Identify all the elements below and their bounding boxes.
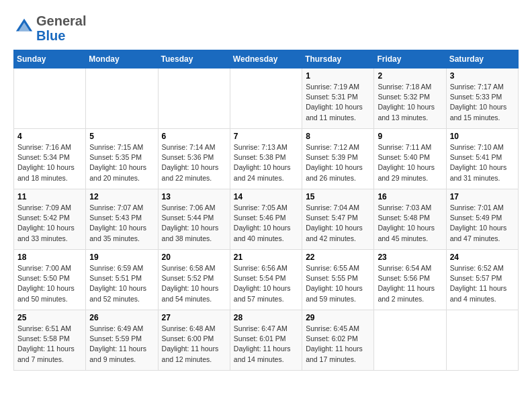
day-cell: 26Sunrise: 6:49 AMSunset: 5:59 PMDayligh…	[86, 310, 158, 371]
day-number: 5	[89, 132, 154, 141]
header-sunday: Sunday	[14, 50, 86, 68]
day-info: Sunrise: 7:18 AMSunset: 5:32 PMDaylight:…	[378, 82, 442, 123]
logo-general: General	[36, 13, 86, 28]
day-cell: 28Sunrise: 6:47 AMSunset: 6:01 PMDayligh…	[230, 310, 302, 371]
day-number: 10	[450, 132, 515, 141]
day-info: Sunrise: 7:01 AMSunset: 5:49 PMDaylight:…	[450, 203, 515, 244]
header-saturday: Saturday	[446, 50, 518, 68]
day-cell: 6Sunrise: 7:14 AMSunset: 5:36 PMDaylight…	[158, 129, 230, 189]
day-cell: 18Sunrise: 7:00 AMSunset: 5:50 PMDayligh…	[14, 250, 86, 310]
day-cell: 8Sunrise: 7:12 AMSunset: 5:39 PMDaylight…	[302, 129, 374, 189]
header-wednesday: Wednesday	[230, 50, 302, 68]
week-row-1: 4Sunrise: 7:16 AMSunset: 5:34 PMDaylight…	[14, 129, 519, 189]
day-cell: 21Sunrise: 6:56 AMSunset: 5:54 PMDayligh…	[230, 250, 302, 310]
day-cell: 10Sunrise: 7:10 AMSunset: 5:41 PMDayligh…	[446, 129, 518, 189]
day-cell: 13Sunrise: 7:06 AMSunset: 5:44 PMDayligh…	[158, 189, 230, 250]
day-cell	[446, 310, 518, 371]
day-number: 8	[306, 132, 370, 141]
day-number: 19	[89, 253, 154, 262]
day-info: Sunrise: 7:14 AMSunset: 5:36 PMDaylight:…	[162, 142, 226, 183]
week-row-3: 18Sunrise: 7:00 AMSunset: 5:50 PMDayligh…	[14, 250, 519, 310]
day-cell: 23Sunrise: 6:54 AMSunset: 5:56 PMDayligh…	[374, 250, 446, 310]
day-cell	[14, 68, 86, 129]
header-friday: Friday	[374, 50, 446, 68]
day-cell: 12Sunrise: 7:07 AMSunset: 5:43 PMDayligh…	[86, 189, 158, 250]
day-number: 7	[234, 132, 298, 141]
day-cell: 9Sunrise: 7:11 AMSunset: 5:40 PMDaylight…	[374, 129, 446, 189]
day-cell: 14Sunrise: 7:05 AMSunset: 5:46 PMDayligh…	[230, 189, 302, 250]
day-number: 18	[17, 253, 82, 262]
day-cell: 5Sunrise: 7:15 AMSunset: 5:35 PMDaylight…	[86, 129, 158, 189]
day-info: Sunrise: 7:06 AMSunset: 5:44 PMDaylight:…	[162, 203, 226, 244]
day-number: 6	[162, 132, 226, 141]
day-cell: 27Sunrise: 6:48 AMSunset: 6:00 PMDayligh…	[158, 310, 230, 371]
week-row-4: 25Sunrise: 6:51 AMSunset: 5:58 PMDayligh…	[14, 310, 519, 371]
day-cell: 1Sunrise: 7:19 AMSunset: 5:31 PMDaylight…	[302, 68, 374, 129]
day-cell	[86, 68, 158, 129]
week-row-2: 11Sunrise: 7:09 AMSunset: 5:42 PMDayligh…	[14, 189, 519, 250]
day-info: Sunrise: 7:17 AMSunset: 5:33 PMDaylight:…	[450, 82, 515, 123]
day-number: 27	[162, 313, 226, 322]
day-number: 2	[378, 71, 442, 81]
day-number: 3	[450, 71, 515, 81]
day-info: Sunrise: 7:19 AMSunset: 5:31 PMDaylight:…	[306, 82, 370, 123]
day-number: 17	[450, 192, 515, 201]
header-tuesday: Tuesday	[158, 50, 230, 68]
day-info: Sunrise: 6:56 AMSunset: 5:54 PMDaylight:…	[234, 263, 298, 304]
day-info: Sunrise: 7:03 AMSunset: 5:48 PMDaylight:…	[378, 203, 442, 244]
day-cell	[230, 68, 302, 129]
day-info: Sunrise: 7:00 AMSunset: 5:50 PMDaylight:…	[17, 263, 82, 304]
logo-blue: Blue	[36, 28, 86, 43]
day-number: 9	[378, 132, 442, 141]
header-monday: Monday	[86, 50, 158, 68]
day-info: Sunrise: 6:55 AMSunset: 5:55 PMDaylight:…	[306, 263, 370, 304]
day-info: Sunrise: 7:13 AMSunset: 5:38 PMDaylight:…	[234, 142, 298, 183]
day-info: Sunrise: 7:04 AMSunset: 5:47 PMDaylight:…	[306, 203, 370, 244]
day-number: 23	[378, 253, 442, 262]
day-number: 25	[17, 313, 82, 322]
day-number: 20	[162, 253, 226, 262]
page-header: General Blue	[13, 13, 519, 43]
day-info: Sunrise: 7:16 AMSunset: 5:34 PMDaylight:…	[17, 142, 82, 183]
day-number: 21	[234, 253, 298, 262]
day-number: 15	[306, 192, 370, 201]
day-info: Sunrise: 6:49 AMSunset: 5:59 PMDaylight:…	[89, 324, 154, 365]
day-cell: 2Sunrise: 7:18 AMSunset: 5:32 PMDaylight…	[374, 68, 446, 129]
day-info: Sunrise: 6:47 AMSunset: 6:01 PMDaylight:…	[234, 324, 298, 365]
day-cell: 19Sunrise: 6:59 AMSunset: 5:51 PMDayligh…	[86, 250, 158, 310]
day-number: 4	[17, 132, 82, 141]
calendar-table: SundayMondayTuesdayWednesdayThursdayFrid…	[13, 50, 519, 371]
week-row-0: 1Sunrise: 7:19 AMSunset: 5:31 PMDaylight…	[14, 68, 519, 129]
logo-icon	[15, 17, 34, 36]
logo: General Blue	[13, 13, 86, 43]
day-cell: 4Sunrise: 7:16 AMSunset: 5:34 PMDaylight…	[14, 129, 86, 189]
day-info: Sunrise: 6:48 AMSunset: 6:00 PMDaylight:…	[162, 324, 226, 365]
day-number: 13	[162, 192, 226, 201]
day-cell: 15Sunrise: 7:04 AMSunset: 5:47 PMDayligh…	[302, 189, 374, 250]
day-info: Sunrise: 7:07 AMSunset: 5:43 PMDaylight:…	[89, 203, 154, 244]
day-info: Sunrise: 7:12 AMSunset: 5:39 PMDaylight:…	[306, 142, 370, 183]
day-number: 26	[89, 313, 154, 322]
day-number: 22	[306, 253, 370, 262]
day-cell: 3Sunrise: 7:17 AMSunset: 5:33 PMDaylight…	[446, 68, 518, 129]
day-info: Sunrise: 7:15 AMSunset: 5:35 PMDaylight:…	[89, 142, 154, 183]
day-cell	[374, 310, 446, 371]
day-info: Sunrise: 6:52 AMSunset: 5:57 PMDaylight:…	[450, 263, 515, 304]
day-cell: 20Sunrise: 6:58 AMSunset: 5:52 PMDayligh…	[158, 250, 230, 310]
day-cell: 29Sunrise: 6:45 AMSunset: 6:02 PMDayligh…	[302, 310, 374, 371]
day-info: Sunrise: 6:59 AMSunset: 5:51 PMDaylight:…	[89, 263, 154, 304]
day-number: 29	[306, 313, 370, 322]
day-info: Sunrise: 7:11 AMSunset: 5:40 PMDaylight:…	[378, 142, 442, 183]
header-thursday: Thursday	[302, 50, 374, 68]
calendar-header-row: SundayMondayTuesdayWednesdayThursdayFrid…	[14, 50, 519, 68]
day-cell: 16Sunrise: 7:03 AMSunset: 5:48 PMDayligh…	[374, 189, 446, 250]
day-cell: 7Sunrise: 7:13 AMSunset: 5:38 PMDaylight…	[230, 129, 302, 189]
day-number: 11	[17, 192, 82, 201]
day-number: 1	[306, 71, 370, 81]
day-info: Sunrise: 6:51 AMSunset: 5:58 PMDaylight:…	[17, 324, 82, 365]
day-info: Sunrise: 7:10 AMSunset: 5:41 PMDaylight:…	[450, 142, 515, 183]
day-number: 16	[378, 192, 442, 201]
day-info: Sunrise: 6:58 AMSunset: 5:52 PMDaylight:…	[162, 263, 226, 304]
day-cell: 25Sunrise: 6:51 AMSunset: 5:58 PMDayligh…	[14, 310, 86, 371]
day-info: Sunrise: 7:05 AMSunset: 5:46 PMDaylight:…	[234, 203, 298, 244]
